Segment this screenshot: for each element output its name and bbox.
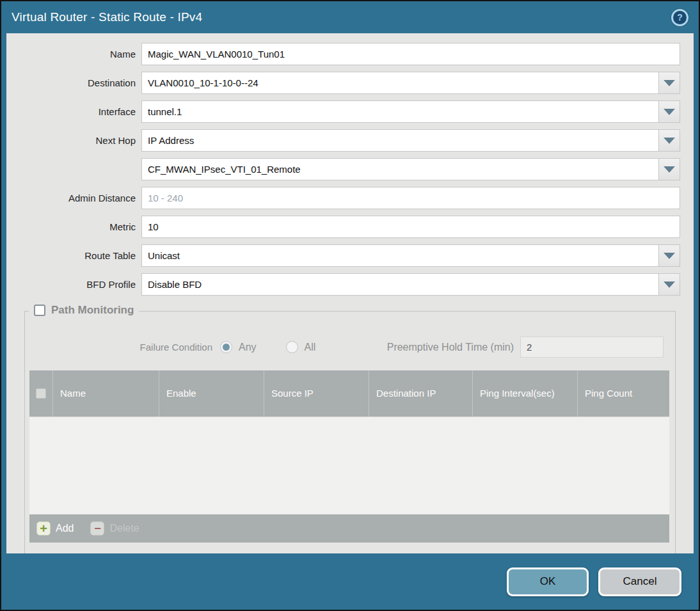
interface-label: Interface	[6, 106, 141, 117]
admin-distance-label: Admin Distance	[6, 193, 141, 203]
select-all-checkbox[interactable]	[36, 388, 46, 399]
path-monitoring-legend: Path Monitoring	[29, 304, 139, 317]
form-row-bfd-profile: BFD Profile	[6, 273, 680, 296]
metric-input[interactable]	[141, 216, 680, 238]
failure-condition-row: Failure Condition Any All Preemptive Hol…	[25, 336, 664, 358]
dialog-title: Virtual Router - Static Route - IPv4	[12, 10, 202, 24]
chevron-down-icon	[664, 80, 675, 86]
chevron-down-icon	[664, 166, 675, 173]
path-monitoring-checkbox[interactable]	[34, 305, 45, 316]
next-hop-type-dropdown-button[interactable]	[659, 129, 680, 152]
ok-button[interactable]: OK	[507, 567, 589, 596]
chevron-down-icon	[664, 282, 675, 288]
form-row-destination: Destination	[6, 72, 680, 94]
radio-any-icon[interactable]	[220, 341, 232, 353]
form-row-admin-distance: Admin Distance	[6, 187, 680, 209]
bfd-profile-label: BFD Profile	[6, 279, 141, 290]
dialog-footer: OK Cancel	[1, 553, 699, 610]
help-icon[interactable]: ?	[671, 9, 688, 26]
chevron-down-icon	[664, 253, 675, 259]
route-table-dropdown-button[interactable]	[659, 244, 680, 267]
form-row-name: Name	[6, 43, 680, 65]
chevron-down-icon	[664, 109, 675, 115]
form-row-next-hop-address	[6, 158, 680, 180]
radio-option-all[interactable]: All	[286, 341, 316, 353]
delete-button[interactable]: − Delete	[90, 521, 139, 536]
path-monitoring-title: Path Monitoring	[51, 304, 134, 317]
cancel-button[interactable]: Cancel	[598, 567, 681, 596]
form-row-interface: Interface	[6, 100, 680, 123]
next-hop-address-input[interactable]	[141, 158, 659, 180]
destination-dropdown-button[interactable]	[659, 72, 680, 94]
preemptive-hold-time-input[interactable]	[520, 337, 664, 358]
delete-button-label: Delete	[109, 523, 139, 534]
destination-label: Destination	[6, 77, 141, 88]
select-all-cell	[29, 370, 52, 417]
table-toolbar: + Add − Delete	[29, 514, 669, 543]
chevron-down-icon	[664, 138, 675, 144]
radio-all-label: All	[305, 342, 316, 353]
form-row-route-table: Route Table	[6, 244, 680, 267]
table-header: Name Enable Source IP Destination IP Pin…	[29, 370, 669, 417]
bfd-profile-dropdown-button[interactable]	[659, 273, 680, 296]
next-hop-address-dropdown-button[interactable]	[659, 158, 680, 180]
preemptive-hold-time-label: Preemptive Hold Time (min)	[387, 342, 520, 353]
interface-input[interactable]	[141, 100, 659, 123]
metric-label: Metric	[6, 221, 141, 232]
static-route-dialog: Virtual Router - Static Route - IPv4 ? N…	[0, 0, 700, 611]
next-hop-label: Next Hop	[6, 135, 141, 146]
path-monitoring-table: Name Enable Source IP Destination IP Pin…	[29, 370, 669, 543]
failure-condition-radio-group: Any All	[220, 341, 315, 353]
next-hop-type-input[interactable]	[141, 129, 659, 152]
bfd-profile-input[interactable]	[141, 273, 659, 296]
path-monitoring-section: Path Monitoring Failure Condition Any Al…	[24, 311, 676, 553]
column-header-ping-count[interactable]: Ping Count	[577, 370, 669, 417]
name-input[interactable]	[141, 43, 680, 65]
column-header-name[interactable]: Name	[52, 370, 159, 417]
add-button[interactable]: + Add	[36, 521, 74, 536]
column-header-source-ip[interactable]: Source IP	[264, 370, 369, 417]
minus-icon: −	[90, 521, 104, 536]
add-button-label: Add	[56, 523, 74, 534]
failure-condition-label: Failure Condition	[25, 342, 220, 353]
form-row-next-hop: Next Hop	[6, 129, 680, 152]
radio-option-any[interactable]: Any	[220, 341, 257, 353]
name-label: Name	[6, 49, 141, 60]
interface-dropdown-button[interactable]	[659, 100, 680, 123]
route-table-label: Route Table	[6, 250, 141, 261]
dialog-body: Name Destination Interface Next Hop	[6, 33, 694, 553]
admin-distance-input[interactable]	[141, 187, 680, 209]
table-body-empty	[29, 417, 669, 514]
preemptive-hold-time-group: Preemptive Hold Time (min)	[387, 337, 664, 358]
route-table-input[interactable]	[141, 244, 659, 267]
plus-icon: +	[36, 521, 51, 536]
radio-any-label: Any	[239, 342, 257, 353]
column-header-ping-interval[interactable]: Ping Interval(sec)	[472, 370, 577, 417]
column-header-enable[interactable]: Enable	[159, 370, 264, 417]
radio-all-icon[interactable]	[286, 341, 298, 353]
destination-input[interactable]	[141, 72, 659, 94]
form-row-metric: Metric	[6, 216, 680, 238]
dialog-titlebar: Virtual Router - Static Route - IPv4 ?	[1, 1, 699, 33]
column-header-destination-ip[interactable]: Destination IP	[369, 370, 472, 417]
